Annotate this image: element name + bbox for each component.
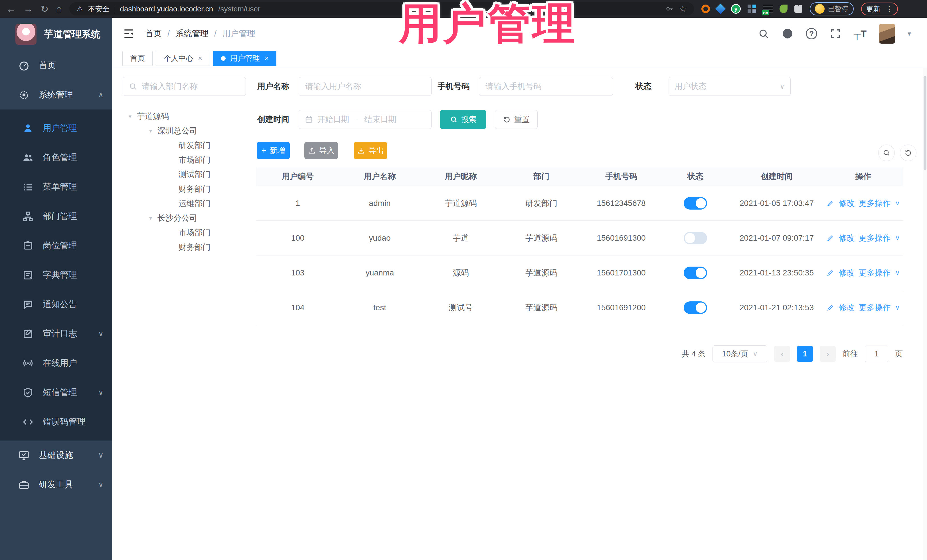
reload-icon[interactable]: ↻ bbox=[41, 4, 49, 14]
table-row[interactable]: 104 test 测试号 芋道源码 15601691200 2021-01-21… bbox=[256, 290, 903, 325]
mobile-field[interactable] bbox=[479, 77, 613, 96]
sidebar-item-post-mgmt[interactable]: 岗位管理 bbox=[0, 231, 112, 260]
edit-action[interactable]: 修改 bbox=[827, 302, 854, 313]
sidebar-item-dev-tools[interactable]: 研发工具 ∨ bbox=[0, 470, 112, 499]
dept-search-input[interactable] bbox=[141, 82, 240, 91]
extension-grid-icon[interactable] bbox=[748, 5, 756, 13]
reset-button[interactable]: 重置 bbox=[495, 110, 538, 129]
breadcrumb-system[interactable]: 系统管理 bbox=[175, 28, 208, 39]
back-icon[interactable]: ← bbox=[6, 4, 16, 14]
extension-on-badge-icon[interactable]: on bbox=[763, 5, 773, 13]
tab-home[interactable]: 首页 bbox=[122, 51, 153, 66]
next-page-button[interactable]: › bbox=[820, 346, 836, 362]
edit-action[interactable]: 修改 bbox=[827, 198, 854, 209]
sidebar-item-home[interactable]: 首页 bbox=[0, 51, 112, 80]
column-header[interactable]: 用户名称 bbox=[339, 171, 420, 182]
sidebar-item-user-mgmt[interactable]: 用户管理 bbox=[0, 114, 112, 143]
forward-icon[interactable]: → bbox=[23, 4, 33, 14]
status-toggle[interactable] bbox=[684, 267, 707, 279]
table-row[interactable]: 1 admin 芋道源码 研发部门 15612345678 2021-01-05… bbox=[256, 186, 903, 221]
tree-node[interactable]: 财务部门 bbox=[123, 182, 248, 196]
address-bar[interactable]: ⚠ 不安全 dashboard.yudao.iocoder.cn /system… bbox=[69, 2, 694, 15]
sidebar-item-system[interactable]: 系统管理 ∧ bbox=[0, 80, 112, 109]
tree-node[interactable]: 财务部门 bbox=[123, 240, 248, 254]
more-actions[interactable]: 更多操作∨ bbox=[859, 233, 900, 243]
column-header[interactable]: 操作 bbox=[824, 171, 903, 182]
sidebar-fold-icon[interactable] bbox=[122, 27, 135, 40]
date-start-placeholder[interactable]: 开始日期 bbox=[317, 114, 349, 125]
page-size-select[interactable]: 10条/页 ∨ bbox=[713, 345, 767, 363]
sidebar-item-online-users[interactable]: 在线用户 bbox=[0, 348, 112, 378]
more-actions[interactable]: 更多操作∨ bbox=[859, 267, 900, 278]
github-icon[interactable] bbox=[782, 28, 793, 39]
breadcrumb-home[interactable]: 首页 bbox=[145, 28, 162, 39]
more-actions[interactable]: 更多操作∨ bbox=[859, 198, 900, 209]
browser-menu-icon[interactable]: ⋮ bbox=[886, 5, 893, 13]
profile-paused-badge[interactable]: 已暂停 bbox=[810, 2, 854, 15]
extension-green-icon[interactable]: y bbox=[731, 4, 741, 14]
table-row[interactable]: 100 yudao 芋道 芋道源码 15601691300 2021-01-07… bbox=[256, 221, 903, 255]
key-icon[interactable] bbox=[665, 5, 674, 13]
toggle-search-panel-button[interactable] bbox=[878, 144, 895, 161]
column-header[interactable]: 手机号码 bbox=[581, 171, 661, 182]
column-header[interactable]: 用户编号 bbox=[256, 171, 339, 182]
sidebar-item-dept-mgmt[interactable]: 部门管理 bbox=[0, 202, 112, 231]
sidebar-item-infra[interactable]: 基础设施 ∨ bbox=[0, 440, 112, 470]
tree-node[interactable]: ▾深圳总公司 bbox=[123, 123, 248, 138]
column-header[interactable]: 状态 bbox=[661, 171, 729, 182]
tree-node[interactable]: 研发部门 bbox=[123, 138, 248, 153]
close-icon[interactable]: × bbox=[264, 54, 269, 63]
extension-leaf-icon[interactable] bbox=[780, 5, 787, 13]
username-input[interactable] bbox=[305, 82, 426, 91]
sidebar-item-sms-mgmt[interactable]: 短信管理 ∨ bbox=[0, 378, 112, 407]
import-button[interactable]: 导入 bbox=[304, 142, 338, 159]
tree-caret-icon[interactable]: ▾ bbox=[127, 113, 134, 120]
tree-node[interactable]: 市场部门 bbox=[123, 225, 248, 240]
status-toggle[interactable] bbox=[684, 232, 707, 244]
username-field[interactable] bbox=[299, 77, 432, 96]
tree-caret-icon[interactable]: ▾ bbox=[147, 127, 154, 134]
prev-page-button[interactable]: ‹ bbox=[774, 346, 790, 362]
column-header[interactable]: 用户昵称 bbox=[420, 171, 501, 182]
extension-diamond-icon[interactable] bbox=[715, 4, 726, 14]
sidebar-item-role-mgmt[interactable]: 角色管理 bbox=[0, 143, 112, 172]
tree-caret-icon[interactable]: ▾ bbox=[147, 215, 154, 222]
status-toggle[interactable] bbox=[684, 301, 707, 314]
scrollbar-thumb[interactable] bbox=[924, 76, 926, 170]
tree-node[interactable]: 市场部门 bbox=[123, 153, 248, 167]
user-avatar[interactable] bbox=[879, 24, 895, 44]
tree-node[interactable]: 运维部门 bbox=[123, 196, 248, 211]
sidebar-item-menu-mgmt[interactable]: 菜单管理 bbox=[0, 172, 112, 202]
search-button[interactable]: 搜索 bbox=[440, 110, 486, 129]
refresh-table-button[interactable] bbox=[900, 144, 916, 161]
sidebar-item-audit-log[interactable]: 审计日志 ∨ bbox=[0, 319, 112, 348]
mobile-input[interactable] bbox=[485, 82, 607, 91]
sidebar-item-dict-mgmt[interactable]: 字典管理 bbox=[0, 260, 112, 290]
status-toggle[interactable] bbox=[684, 197, 707, 209]
avatar-caret-icon[interactable]: ▾ bbox=[907, 30, 911, 38]
font-size-icon[interactable]: ┬T bbox=[854, 28, 866, 39]
goto-page-input[interactable] bbox=[865, 346, 888, 362]
url-path[interactable]: /system/user bbox=[218, 5, 260, 14]
current-page-button[interactable]: 1 bbox=[797, 346, 813, 362]
dept-search-field[interactable] bbox=[123, 77, 246, 96]
table-row[interactable]: 103 yuanma 源码 芋道源码 15601701300 2021-01-1… bbox=[256, 255, 903, 290]
export-button[interactable]: 导出 bbox=[354, 142, 388, 159]
home-icon[interactable]: ⌂ bbox=[56, 4, 62, 14]
edit-action[interactable]: 修改 bbox=[827, 267, 854, 278]
app-logo[interactable]: 芋道管理系统 bbox=[0, 18, 112, 51]
column-header[interactable]: 部门 bbox=[501, 171, 581, 182]
search-icon[interactable] bbox=[758, 28, 769, 39]
url-host[interactable]: dashboard.yudao.iocoder.cn bbox=[120, 5, 213, 14]
tab-profile[interactable]: 个人中心 × bbox=[156, 51, 210, 66]
help-icon[interactable]: ? bbox=[806, 28, 817, 39]
tree-node[interactable]: ▾长沙分公司 bbox=[123, 211, 248, 225]
tree-node[interactable]: ▾芋道源码 bbox=[123, 109, 248, 123]
fullscreen-icon[interactable] bbox=[830, 28, 841, 39]
column-header[interactable]: 创建时间 bbox=[729, 171, 824, 182]
security-label[interactable]: 不安全 bbox=[88, 4, 109, 14]
tree-node[interactable]: 测试部门 bbox=[123, 167, 248, 182]
status-select[interactable]: 用户状态 ∨ bbox=[669, 77, 791, 96]
browser-update-button[interactable]: 更新 ⋮ bbox=[861, 3, 898, 15]
sidebar-item-notice[interactable]: 通知公告 bbox=[0, 290, 112, 319]
